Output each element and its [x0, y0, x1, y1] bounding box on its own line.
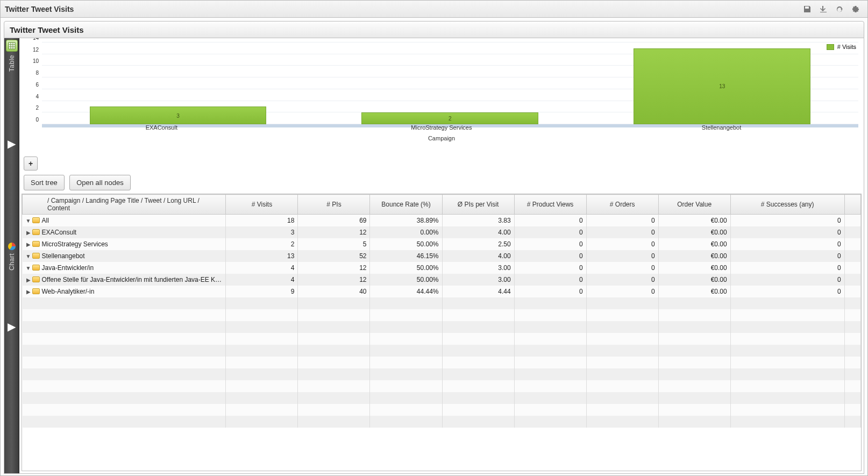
- cell-ppv: 2.50: [442, 238, 514, 250]
- tree-toggle-icon[interactable]: ▼: [26, 253, 31, 259]
- cell-pv: 0: [514, 262, 586, 274]
- bar-chart: # Visits 02468101214 3213 EXAConsultMicr…: [22, 40, 862, 153]
- refresh-icon[interactable]: [832, 3, 847, 16]
- toolbar: + Sort tree Open all nodes: [22, 153, 862, 194]
- cell-succ: 0: [730, 215, 844, 226]
- col-bounce[interactable]: Bounce Rate (%): [370, 195, 442, 215]
- cell-bounce: 0.00%: [370, 226, 442, 238]
- y-tick: 8: [35, 70, 39, 76]
- folder-icon: [32, 217, 40, 223]
- sidebar-label-chart: Chart: [8, 253, 16, 271]
- cell-ov: €0.00: [658, 274, 730, 286]
- col-pis-per-visit[interactable]: Ø PIs per Visit: [442, 195, 514, 215]
- cell-succ: 0: [730, 274, 844, 286]
- tree-label: MicroStrategy Services: [42, 240, 108, 248]
- col-spacer: [844, 195, 860, 215]
- col-order-value[interactable]: Order Value: [658, 195, 730, 215]
- cell-visits: 3: [226, 226, 298, 238]
- chart-bar: 13: [634, 48, 810, 124]
- table-row[interactable]: ▼Stellenangebot135246.15%4.0000€0.000: [23, 250, 861, 262]
- bar-value-label: 13: [719, 83, 725, 89]
- cell-bounce: 50.00%: [370, 274, 442, 286]
- tree-toggle-icon[interactable]: ▼: [26, 218, 31, 224]
- folder-icon: [32, 253, 40, 259]
- table-header-row: / Campaign / Landing Page Title / Tweet …: [23, 195, 861, 215]
- tree-toggle-icon[interactable]: ▶: [26, 277, 31, 283]
- cell-ov: €0.00: [658, 262, 730, 274]
- cell-orders: 0: [586, 238, 658, 250]
- cell-visits: 18: [226, 215, 298, 226]
- y-tick: 14: [33, 38, 39, 41]
- col-orders[interactable]: # Orders: [586, 195, 658, 215]
- folder-icon: [32, 265, 40, 271]
- tree-label: Java-Entwickler/in: [42, 264, 94, 272]
- tree-toggle-icon[interactable]: ▼: [26, 265, 31, 271]
- x-category-label: MicroStrategy Services: [302, 124, 582, 131]
- download-icon[interactable]: [816, 3, 831, 16]
- table-row-empty: [23, 297, 861, 309]
- table-row[interactable]: ▶Web-Analytiker/-in94044.44%4.4400€0.000: [23, 286, 861, 297]
- table-row-empty: [23, 345, 861, 357]
- cell-orders: 0: [586, 262, 658, 274]
- tree-label: Web-Analytiker/-in: [42, 288, 95, 295]
- sort-tree-button[interactable]: Sort tree: [24, 175, 65, 190]
- gear-icon[interactable]: [848, 3, 863, 16]
- cell-orders: 0: [586, 226, 658, 238]
- cell-bounce: 50.00%: [370, 262, 442, 274]
- sidebar-rail: Table ▶ Chart ▶: [4, 38, 19, 473]
- table-row[interactable]: ▼All186938.89%3.8300€0.000: [23, 215, 861, 226]
- cell-ppv: 3.00: [442, 262, 514, 274]
- table-row[interactable]: ▶EXAConsult3120.00%4.0000€0.000: [23, 226, 861, 238]
- table-row[interactable]: ▶MicroStrategy Services2550.00%2.5000€0.…: [23, 238, 861, 250]
- cell-ppv: 4.00: [442, 226, 514, 238]
- cell-orders: 0: [586, 274, 658, 286]
- cell-ov: €0.00: [658, 286, 730, 297]
- y-tick: 2: [35, 105, 39, 111]
- cell-visits: 2: [226, 238, 298, 250]
- y-tick: 10: [33, 58, 39, 64]
- cell-succ: 0: [730, 238, 844, 250]
- col-successes[interactable]: # Successes (any): [730, 195, 844, 215]
- tree-table[interactable]: / Campaign / Landing Page Title / Tweet …: [22, 194, 862, 471]
- cell-pv: 0: [514, 274, 586, 286]
- cell-bounce: 46.15%: [370, 250, 442, 262]
- cell-visits: 9: [226, 286, 298, 297]
- tree-toggle-icon[interactable]: ▶: [26, 289, 31, 295]
- cell-succ: 0: [730, 226, 844, 238]
- tree-toggle-icon[interactable]: ▶: [26, 241, 31, 247]
- folder-icon: [32, 288, 40, 294]
- col-tree[interactable]: / Campaign / Landing Page Title / Tweet …: [23, 195, 226, 215]
- expand-arrow-icon-2[interactable]: ▶: [4, 320, 19, 333]
- cell-ov: €0.00: [658, 215, 730, 226]
- cell-pv: 0: [514, 226, 586, 238]
- cell-pv: 0: [514, 238, 586, 250]
- table-row-empty: [23, 368, 861, 380]
- folder-icon: [32, 241, 40, 247]
- table-row[interactable]: ▶Offene Stelle für Java-Entwickler/in mi…: [23, 274, 861, 286]
- table-row-empty: [23, 416, 861, 428]
- table-row[interactable]: ▼Java-Entwickler/in41250.00%3.0000€0.000: [23, 262, 861, 274]
- y-tick: 12: [33, 46, 39, 52]
- app-title: Twitter Tweet Visits: [5, 5, 800, 13]
- cell-ppv: 3.83: [442, 215, 514, 226]
- cell-pis: 69: [298, 215, 370, 226]
- tree-label: Offene Stelle für Java-Entwickler/in mit…: [42, 276, 226, 283]
- add-button[interactable]: +: [24, 157, 38, 170]
- table-row-empty: [23, 357, 861, 368]
- cell-visits: 4: [226, 262, 298, 274]
- cell-orders: 0: [586, 215, 658, 226]
- col-visits[interactable]: # Visits: [226, 195, 298, 215]
- save-icon[interactable]: [800, 3, 815, 16]
- expand-arrow-icon[interactable]: ▶: [4, 137, 19, 150]
- panel-header: Twitter Tweet Visits: [4, 21, 864, 38]
- folder-icon: [32, 276, 40, 282]
- col-pis[interactable]: # PIs: [298, 195, 370, 215]
- cell-bounce: 50.00%: [370, 238, 442, 250]
- open-all-nodes-button[interactable]: Open all nodes: [69, 175, 130, 190]
- col-product-views[interactable]: # Product Views: [514, 195, 586, 215]
- chart-bar: 2: [361, 112, 538, 124]
- cell-pv: 0: [514, 215, 586, 226]
- cell-pis: 12: [298, 262, 370, 274]
- y-tick: 0: [35, 117, 39, 123]
- tree-toggle-icon[interactable]: ▶: [26, 230, 31, 236]
